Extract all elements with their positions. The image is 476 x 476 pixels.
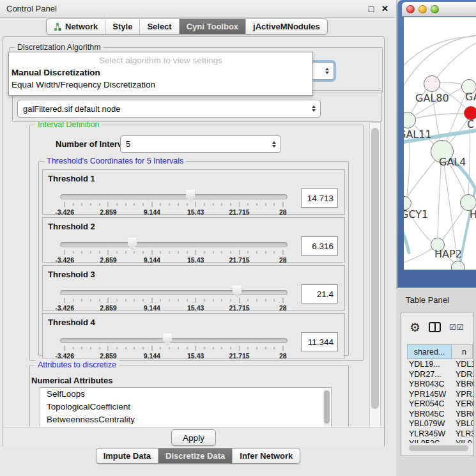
algorithm-group-title: Discretization Algorithm bbox=[15, 43, 104, 52]
network-window-titlebar[interactable] bbox=[402, 2, 476, 17]
settings-vertical-scrollbar[interactable] bbox=[369, 122, 381, 428]
scale-label: -3.426 bbox=[55, 208, 74, 216]
table-panel-frame: ⚙ ☑☑ shared... n YDL19...YDL1YDR27...YDR… bbox=[401, 312, 474, 456]
slider-scale-labels: -3.4262.8599.14415.4321.71528 bbox=[60, 352, 288, 360]
scale-label: 2.859 bbox=[100, 352, 116, 360]
gear-icon[interactable]: ⚙ bbox=[410, 321, 420, 334]
slider-track[interactable] bbox=[60, 194, 288, 199]
scale-label: 2.859 bbox=[100, 304, 116, 312]
minimize-traffic-light[interactable] bbox=[418, 5, 427, 13]
settings-scrollpane: Interval Definition Number of Intervals … bbox=[10, 122, 368, 427]
cell-shared-name: YLR345W bbox=[407, 429, 456, 440]
threshold-value-field[interactable]: 21.4 bbox=[301, 284, 338, 303]
window-title: Control Panel bbox=[0, 4, 57, 13]
control-panel-titlebar[interactable]: Control Panel □ ✕ bbox=[0, 0, 396, 18]
cell-name: YDL1 bbox=[456, 360, 473, 370]
numerical-attributes-list[interactable]: SelfLoopsTopologicalCoefficientBetweenne… bbox=[40, 387, 332, 427]
tab-network[interactable]: Network bbox=[47, 19, 105, 34]
tab-select[interactable]: Select bbox=[139, 19, 178, 34]
threshold-label: Threshold 3 bbox=[48, 270, 95, 279]
tab-label: jActiveMNodules bbox=[253, 22, 320, 31]
slider-ticks bbox=[60, 346, 288, 351]
threshold-value-field[interactable]: 6.316 bbox=[301, 236, 338, 256]
table-row[interactable]: YPR145WYPR1 bbox=[407, 390, 473, 400]
table-row[interactable]: YIL052CYIL0 bbox=[407, 439, 473, 443]
scale-label: -3.426 bbox=[55, 304, 74, 312]
tab-label: Impute Data bbox=[104, 451, 151, 461]
tab-label: Select bbox=[147, 22, 171, 31]
table-row[interactable]: YBL079WYBL0 bbox=[407, 419, 473, 429]
threshold-slider[interactable]: -3.4262.8599.14415.4321.71528 bbox=[60, 332, 288, 357]
node-label: GCY1 bbox=[404, 208, 428, 220]
close-window-icon[interactable]: ✕ bbox=[381, 4, 388, 13]
close-traffic-light[interactable] bbox=[406, 5, 415, 13]
node-label: GAL4 bbox=[439, 156, 466, 168]
interval-definition-title: Interval Definition bbox=[35, 122, 102, 129]
number-of-intervals-value: 5 bbox=[126, 139, 130, 149]
tab-infer-network[interactable]: Infer Network bbox=[232, 449, 300, 463]
table-row[interactable]: YLR345WYLR3 bbox=[407, 429, 473, 440]
table-row[interactable]: YBR045CYBR0 bbox=[407, 410, 473, 420]
columns-icon[interactable] bbox=[429, 322, 441, 332]
threshold-panel: Threshold 3 -3.4262.8599.14415.4321.7152… bbox=[42, 265, 345, 311]
table-row[interactable]: YER054CYER0 bbox=[407, 399, 473, 410]
slider-ticks bbox=[60, 250, 288, 256]
control-panel-window: Control Panel □ ✕ NetworkStyleSelectCyni… bbox=[0, 0, 397, 476]
interval-definition-groupbox: Interval Definition Number of Intervals … bbox=[29, 125, 364, 361]
zoom-traffic-light[interactable] bbox=[431, 5, 439, 13]
column-header-shared-name[interactable]: shared... bbox=[407, 344, 452, 359]
table-data-combobox[interactable]: galFiltered.sif default node bbox=[17, 100, 321, 118]
algorithm-option[interactable]: Manual Discretization bbox=[9, 66, 312, 79]
slider-track[interactable] bbox=[60, 338, 288, 343]
tab-discretize-data[interactable]: Discretize Data bbox=[158, 449, 232, 463]
table-row[interactable]: YDL19...YDL1 bbox=[407, 360, 473, 370]
cell-name: YLR3 bbox=[456, 429, 473, 440]
attribute-list-item[interactable]: TopologicalCoefficient bbox=[40, 401, 331, 413]
slider-track[interactable] bbox=[60, 290, 288, 295]
cell-shared-name: YBR043C bbox=[407, 380, 456, 390]
node-label: HAP2 bbox=[434, 248, 462, 260]
attributes-list-scrollbar[interactable] bbox=[323, 388, 330, 427]
number-of-intervals-spinner[interactable]: 5 bbox=[120, 135, 281, 153]
checkbox-icons[interactable]: ☑☑ bbox=[449, 323, 464, 332]
apply-button[interactable]: Apply bbox=[171, 429, 216, 446]
tab-jactivemnodules[interactable]: jActiveMNodules bbox=[245, 19, 327, 34]
column-header-name[interactable]: n bbox=[452, 344, 473, 359]
threshold-value-field[interactable]: 11.344 bbox=[301, 332, 338, 351]
slider-scale-labels: -3.4262.8599.14415.4321.71528 bbox=[60, 208, 288, 216]
tab-impute-data[interactable]: Impute Data bbox=[96, 449, 158, 463]
attributes-groupbox: Attributes to discretize Numerical Attri… bbox=[29, 365, 349, 427]
threshold-panel: Threshold 4 -3.4262.8599.14415.4321.7152… bbox=[42, 313, 345, 358]
top-tab-bar: NetworkStyleSelectCyni ToolboxjActiveMNo… bbox=[46, 19, 328, 35]
attribute-list-item[interactable]: BetweennessCentrality bbox=[40, 413, 331, 426]
scale-label: 9.144 bbox=[144, 352, 160, 360]
cell-name: YIL0 bbox=[456, 439, 473, 443]
network-canvas[interactable]: GAL80GACGAL11GAL4GCY1HHAP2 bbox=[404, 17, 476, 270]
table-horizontal-scrollbar[interactable] bbox=[409, 445, 468, 451]
scale-label: 21.715 bbox=[229, 352, 249, 360]
float-window-icon[interactable]: □ bbox=[369, 4, 374, 14]
table-row[interactable]: YBR043CYBR0 bbox=[407, 380, 473, 390]
table-row[interactable]: YDR27...YDR2 bbox=[407, 370, 473, 380]
slider-thumb[interactable] bbox=[233, 286, 242, 298]
slider-thumb[interactable] bbox=[162, 334, 172, 346]
network-node-gal80[interactable] bbox=[424, 75, 440, 92]
cell-shared-name: YER054C bbox=[407, 399, 456, 410]
threshold-slider[interactable]: -3.4262.8599.14415.4321.71528 bbox=[60, 236, 288, 261]
network-node-gal11[interactable] bbox=[404, 112, 416, 128]
threshold-value-field[interactable]: 14.713 bbox=[301, 188, 338, 208]
cell-shared-name: YIL052C bbox=[407, 439, 456, 443]
table-panel-region: Table Panel ⚙ ☑☑ shared... n YDL19...YDL… bbox=[396, 288, 476, 476]
tab-style[interactable]: Style bbox=[105, 19, 139, 34]
tab-cyni-toolbox[interactable]: Cyni Toolbox bbox=[179, 19, 245, 34]
slider-thumb[interactable] bbox=[128, 238, 137, 250]
slider-thumb[interactable] bbox=[186, 190, 196, 202]
attribute-list-item[interactable]: SelfLoops bbox=[40, 388, 331, 401]
slider-track[interactable] bbox=[60, 242, 288, 247]
spinner-arrows-icon bbox=[272, 141, 276, 148]
algorithm-option[interactable]: Equal Width/Frequency Discretization bbox=[9, 79, 312, 91]
threshold-slider[interactable]: -3.4262.8599.14415.4321.71528 bbox=[60, 284, 288, 309]
scale-label: -3.426 bbox=[55, 256, 74, 264]
threshold-slider[interactable]: -3.4262.8599.14415.4321.71528 bbox=[60, 188, 288, 213]
network-node[interactable] bbox=[451, 261, 465, 270]
